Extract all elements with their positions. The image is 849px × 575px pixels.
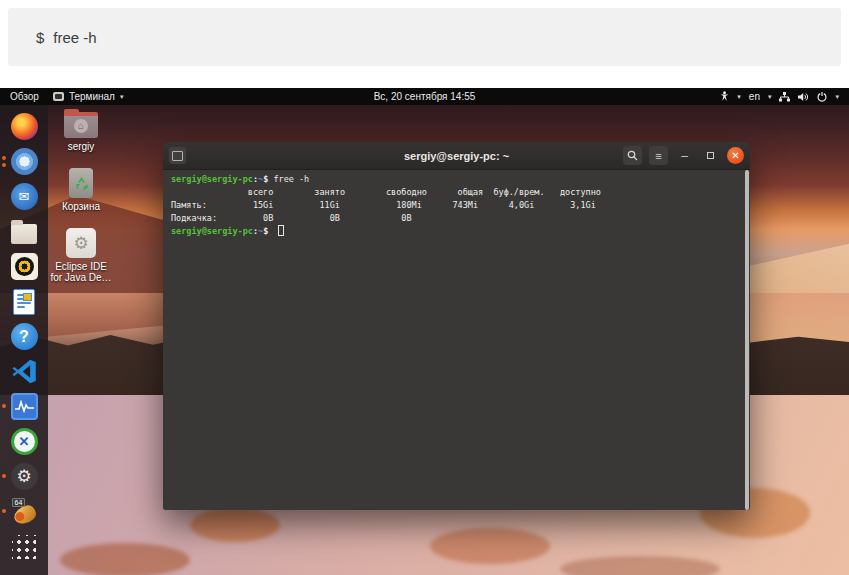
speaker-icon xyxy=(11,253,38,280)
running-indicator xyxy=(2,163,6,167)
power-icon[interactable] xyxy=(817,92,827,102)
dock: ✉ ? ✕ ⚙ 64 xyxy=(0,105,48,575)
accessibility-icon[interactable] xyxy=(720,91,729,102)
window-title: sergiy@sergiy-pc: ~ xyxy=(404,150,509,162)
files-folder-icon xyxy=(11,224,37,244)
chevron-down-icon: ▾ xyxy=(120,93,124,101)
thunderbird-icon: ✉ xyxy=(11,183,38,210)
maximize-icon xyxy=(707,152,714,159)
x-app-icon: ✕ xyxy=(11,428,38,455)
clock-calendar-button[interactable]: Вс, 20 сентября 14:55 xyxy=(374,91,476,102)
home-folder-icon: ⌂ xyxy=(64,113,98,138)
trash-icon xyxy=(69,168,93,198)
running-indicator xyxy=(2,509,6,513)
dock-files[interactable] xyxy=(0,217,48,246)
wallpaper-trees xyxy=(60,543,190,575)
terminal-scrollbar[interactable] xyxy=(745,170,749,510)
shell-command-text: free -h xyxy=(53,29,96,46)
desktop-icons: ⌂ sergiy Корзина ⚙ Eclipse IDEfor Java D… xyxy=(50,108,112,299)
desktop-icon-label: Eclipse IDEfor Java De… xyxy=(50,261,111,283)
chevron-down-icon: ▾ xyxy=(737,93,741,101)
chevron-down-icon: ▾ xyxy=(835,93,839,101)
dock-vscode[interactable] xyxy=(0,357,48,386)
running-indicator xyxy=(2,156,6,160)
menu-button[interactable]: ≡ xyxy=(649,146,668,165)
desktop-icon-trash[interactable]: Корзина xyxy=(50,168,112,212)
terminal-output-swap-row: Подкачка: 0B 0B 0B xyxy=(171,212,742,225)
dock-system-monitor[interactable] xyxy=(0,392,48,421)
app-64-icon: 64 xyxy=(11,498,38,525)
dock-libreoffice-writer[interactable] xyxy=(0,287,48,316)
desktop-icon-label: sergiy xyxy=(68,141,95,152)
dock-show-applications[interactable] xyxy=(0,532,48,561)
dock-thunderbird[interactable]: ✉ xyxy=(0,182,48,211)
terminal-output-memory-row: Память: 15Gi 11Gi 180Mi 743Mi 4,0Gi 3,1G… xyxy=(171,199,742,212)
dock-chromium[interactable] xyxy=(0,147,48,176)
writer-document-icon xyxy=(13,289,35,315)
search-icon xyxy=(627,150,638,161)
terminal-content[interactable]: sergiy@sergiy-pc:~$ free -h всего занято… xyxy=(163,170,750,510)
terminal-line-command: sergiy@sergiy-pc:~$ free -h xyxy=(171,173,742,186)
maximize-button[interactable] xyxy=(701,146,720,165)
terminal-app-icon xyxy=(53,92,64,101)
dock-firefox[interactable] xyxy=(0,112,48,141)
chromium-icon xyxy=(11,148,38,175)
dock-help[interactable]: ? xyxy=(0,322,48,351)
vscode-icon xyxy=(11,358,38,385)
activities-button[interactable]: Обзор xyxy=(10,91,39,102)
shell-prompt-symbol: $ xyxy=(36,29,44,46)
installer-gear-icon: ⚙ xyxy=(66,228,96,258)
terminal-line-prompt: sergiy@sergiy-pc:~$ xyxy=(171,225,742,238)
firefox-icon xyxy=(11,113,38,140)
search-button[interactable] xyxy=(623,146,642,165)
terminal-window: sergiy@sergiy-pc: ~ ≡ – ✕ sergiy@sergiy-… xyxy=(163,142,750,510)
terminal-cursor xyxy=(278,225,284,236)
desktop-icon-sergiy[interactable]: ⌂ sergiy xyxy=(50,108,112,152)
desktop-icon-eclipse[interactable]: ⚙ Eclipse IDEfor Java De… xyxy=(50,228,112,283)
gear-icon: ⚙ xyxy=(11,463,38,490)
command-snippet-block: $ free -h xyxy=(8,8,841,66)
app-grid-icon xyxy=(12,535,36,559)
dock-x-app[interactable]: ✕ xyxy=(0,427,48,456)
terminal-output-header: всего занято свободно общая буф./врем. д… xyxy=(171,186,742,199)
close-button[interactable]: ✕ xyxy=(727,147,744,164)
wallpaper-trees xyxy=(430,528,550,564)
terminal-window-icon xyxy=(169,147,186,164)
desktop-icon-label: Корзина xyxy=(62,201,100,212)
app-menu-terminal[interactable]: Терминал ▾ xyxy=(53,91,124,102)
wallpaper-trees xyxy=(190,508,280,542)
terminal-titlebar[interactable]: sergiy@sergiy-pc: ~ ≡ – ✕ xyxy=(163,142,750,170)
system-monitor-icon xyxy=(11,393,38,420)
dock-settings[interactable]: ⚙ xyxy=(0,462,48,491)
running-indicator xyxy=(2,474,6,478)
running-indicator xyxy=(2,404,6,408)
app-menu-label: Терминал xyxy=(69,91,115,102)
keyboard-language-indicator[interactable]: en xyxy=(749,91,760,102)
top-panel: Обзор Терминал ▾ Вс, 20 сентября 14:55 ▾… xyxy=(0,88,849,105)
chevron-down-icon: ▾ xyxy=(768,93,772,101)
volume-icon[interactable] xyxy=(798,92,809,102)
minimize-button[interactable]: – xyxy=(675,146,694,165)
dock-rhythmbox[interactable] xyxy=(0,252,48,281)
ubuntu-desktop: Обзор Терминал ▾ Вс, 20 сентября 14:55 ▾… xyxy=(0,88,849,575)
wallpaper-trees xyxy=(560,556,720,575)
dock-app-64[interactable]: 64 xyxy=(0,497,48,526)
help-icon: ? xyxy=(11,323,38,350)
network-icon[interactable] xyxy=(779,92,790,102)
